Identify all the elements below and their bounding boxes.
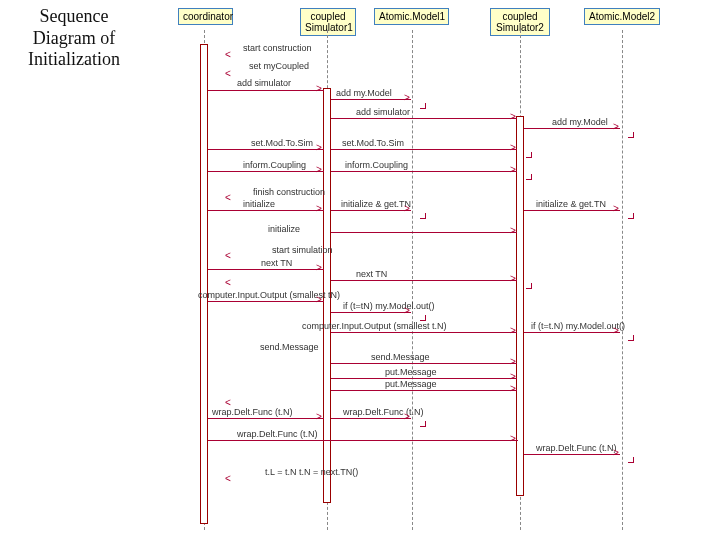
msg-line-add-my-model2 [524,128,620,129]
msg-line-initgettn2 [524,210,620,211]
msg-start-simulation: start simulation [272,245,333,255]
activation-coupled-sim2 [516,116,524,496]
arrow-r-icon: > [510,434,516,444]
msg-line-nexttn2 [331,280,517,281]
msg-line-wrapdelt3 [208,440,518,441]
msg-set-mod-to-sim2: set.Mod.To.Sim [342,138,404,148]
activation-coordinator [200,44,208,524]
msg-put-message1: put.Message [385,367,437,377]
arrow-r-icon: > [316,412,322,422]
msg-finish-construction: finish construction [253,187,325,197]
return-icon [628,132,634,138]
return-icon [420,213,426,219]
arrow-r-icon: > [404,412,410,422]
lifeline-atomic-model2 [622,30,623,530]
msg-next-tn1: next TN [261,258,292,268]
arrow-r-icon: > [404,204,410,214]
return-icon [526,283,532,289]
arrow-r-icon: > [510,357,516,367]
msg-line-wrapdelt1 [208,418,324,419]
return-icon [420,103,426,109]
msg-if-ttn-out1: if (t=tN) my.Model.out() [343,301,435,311]
msg-line-iftnout2 [524,332,620,333]
msg-add-simulator2: add simulator [356,107,410,117]
arrow-r-icon: > [613,204,619,214]
msg-send-message2: send.Message [371,352,430,362]
diagram-title: Sequence Diagram of Initialization [14,6,134,71]
participant-coupled-simulator1: coupled Simulator1 [300,8,356,36]
msg-add-my-model2: add my.Model [552,117,608,127]
participant-atomic-model1: Atomic.Model1 [374,8,449,25]
arrow-r-icon: > [510,143,516,153]
msg-send-message1: send.Message [260,342,319,352]
return-icon [628,335,634,341]
arrow-r-icon: > [316,295,322,305]
msg-add-my-model1: add my.Model [336,88,392,98]
msg-wrap-delt4: wrap.Delt.Func (t.N) [536,443,617,453]
msg-line-wrapdelt4 [524,454,620,455]
arrow-r-icon: > [510,326,516,336]
msg-line-setmodtosim2 [331,149,517,150]
arrow-r-icon: > [404,93,410,103]
msg-initialize2: initialize [268,224,300,234]
arrow-r-icon: > [510,384,516,394]
arrow-l-icon: < [225,474,231,484]
return-icon [628,213,634,219]
participant-atomic-model2: Atomic.Model2 [584,8,660,25]
arrow-r-icon: > [510,274,516,284]
return-icon [420,421,426,427]
msg-line-setmodtosim1 [208,149,324,150]
msg-line-nexttn1 [208,269,324,270]
msg-line-add-simulator [208,90,324,91]
msg-if-ttn-out2: if (t=t.N) my.Model.out() [531,321,625,331]
arrow-r-icon: > [613,122,619,132]
msg-line-initgettn1 [331,210,411,211]
arrow-l-icon: < [225,278,231,288]
msg-line-initialize2 [331,232,517,233]
arrow-r-icon: > [316,143,322,153]
return-icon [526,174,532,180]
msg-line-initialize [208,210,324,211]
msg-inform-coupling1: inform.Coupling [243,160,306,170]
arrow-l-icon: < [225,251,231,261]
msg-inform-coupling2: inform.Coupling [345,160,408,170]
arrow-l-icon: < [225,50,231,60]
msg-start-construction: start construction [243,43,312,53]
msg-add-simulator: add simulator [237,78,291,88]
arrow-r-icon: > [510,112,516,122]
msg-line-informcoupling2 [331,171,517,172]
msg-set-mod-to-sim1: set.Mod.To.Sim [251,138,313,148]
msg-next-tn2: next TN [356,269,387,279]
msg-wrap-delt2: wrap.Delt.Func (t.N) [343,407,424,417]
arrow-r-icon: > [316,165,322,175]
msg-line-computerio1 [208,301,324,302]
participant-coordinator: coordinator [178,8,233,25]
arrow-r-icon: > [510,372,516,382]
msg-line-informcoupling1 [208,171,324,172]
arrow-r-icon: > [316,263,322,273]
arrow-l-icon: < [225,193,231,203]
msg-computer-io2: computer.Input.Output (smallest t.N) [302,321,447,331]
msg-line-sendmessage2 [331,363,517,364]
msg-line-add-my-model1 [331,99,411,100]
arrow-r-icon: > [510,165,516,175]
arrow-r-icon: > [613,326,619,336]
msg-line-computerio2 [331,332,517,333]
msg-initialize-gettn2: initialize & get.TN [536,199,606,209]
arrow-r-icon: > [404,306,410,316]
msg-line-iftnout1 [331,312,411,313]
return-icon [526,152,532,158]
msg-line-putmessage2 [331,390,517,391]
msg-tl-tn: t.L = t.N t.N = next.TN() [265,467,358,477]
arrow-r-icon: > [613,448,619,458]
arrow-r-icon: > [510,226,516,236]
arrow-r-icon: > [316,204,322,214]
msg-initialize: initialize [243,199,275,209]
msg-wrap-delt1: wrap.Delt.Func (t.N) [212,407,293,417]
arrow-r-icon: > [316,84,322,94]
msg-line-add-simulator2 [331,118,517,119]
msg-set-my-coupled: set myCoupled [249,61,309,71]
msg-wrap-delt3: wrap.Delt.Func (t.N) [237,429,318,439]
return-icon [628,457,634,463]
msg-initialize-gettn1: initialize & get.TN [341,199,411,209]
